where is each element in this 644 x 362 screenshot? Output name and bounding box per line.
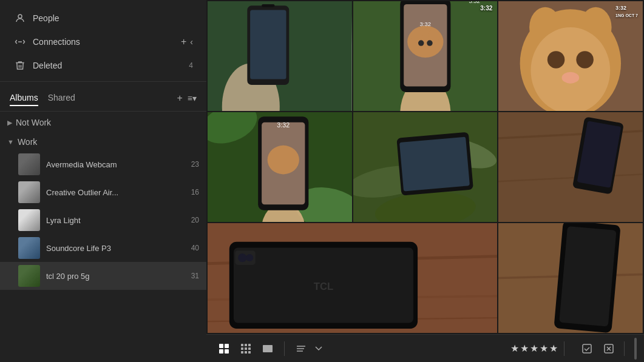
album-item-creative[interactable]: Creative Outlier Air... 16 [0,178,206,206]
svg-rect-38 [399,137,470,192]
svg-rect-68 [241,351,243,354]
photo-cell-5[interactable] [353,112,498,222]
photo-cell-3[interactable]: 3:321NG OCT 7 [498,1,643,111]
svg-point-21 [531,27,611,111]
album-name-lyra: Lyra Light [46,216,191,225]
album-item-soundcore[interactable]: Soundcore Life P3 40 [0,234,206,262]
sidebar-top-section: People Connections + ‹ Deleted 4 [0,0,206,82]
connections-icon [13,35,27,49]
photo-cell-4[interactable]: 3:32 [208,112,352,222]
group-header-not-work[interactable]: ▶ Not Work [0,114,206,131]
svg-rect-69 [245,351,247,354]
separator-3 [624,341,625,356]
albums-tabs-bar: Albums Shared + ≡▾ [0,88,206,112]
svg-rect-67 [248,347,251,350]
album-item-avermedia[interactable]: Avermedia Webcam 23 [0,150,206,178]
album-group-work: ▼ Work Avermedia Webcam 23 Creative Outl… [0,133,206,290]
svg-rect-4 [250,10,286,79]
album-count-lyra: 20 [191,216,199,224]
svg-point-31 [268,146,299,175]
svg-rect-58 [219,344,223,348]
svg-rect-62 [241,344,243,346]
svg-rect-65 [241,347,243,350]
tab-shared[interactable]: Shared [48,90,75,106]
svg-point-53 [246,254,253,261]
svg-rect-70 [248,351,251,354]
sidebar-item-people[interactable]: People [4,7,203,30]
album-name-soundcore: Soundcore Life P3 [46,244,191,253]
group-name-not-work: Not Work [16,118,199,127]
svg-rect-66 [245,347,247,350]
deleted-label: Deleted [33,61,189,70]
view-grid-small-btn[interactable] [236,340,256,358]
album-count-tcl: 31 [191,272,199,280]
photo-time-2: 3:32 [480,5,492,12]
sidebar-item-deleted[interactable]: Deleted 4 [4,54,203,77]
photo-cell-2[interactable]: 3:32 3:32 3:32 [353,1,498,111]
album-item-lyra[interactable]: Lyra Light 20 [0,206,206,234]
star-5[interactable]: ★ [549,343,558,354]
svg-point-0 [18,15,22,18]
svg-point-52 [238,253,246,262]
svg-point-10 [407,26,443,58]
separator-1 [284,341,285,356]
album-count-avermedia: 23 [191,160,199,169]
svg-rect-59 [225,344,229,348]
album-thumb-tcl [18,265,40,287]
album-thumb-creative [18,181,40,203]
album-name-avermedia: Avermedia Webcam [46,160,191,169]
svg-text:TCL: TCL [314,281,333,292]
album-name-tcl: tcl 20 pro 5g [46,272,191,281]
main-content: 3:32 3:32 3:32 3:321NG OCT 7 [206,0,644,362]
view-grid-large-btn[interactable] [214,340,234,358]
sort-albums-icon[interactable]: ≡▾ [188,93,197,103]
connections-actions: + ‹ [181,36,193,47]
deleted-badge: 4 [189,61,193,70]
add-connection-icon[interactable]: + [181,36,186,47]
sort-group [291,340,325,358]
photo-cell-7[interactable]: TCL [208,223,497,333]
chevron-down-icon: ▼ [7,138,14,146]
select-all-btn[interactable] [578,340,596,357]
view-single-btn[interactable] [257,340,278,358]
svg-rect-71 [263,345,273,352]
star-3[interactable]: ★ [530,343,538,354]
svg-point-24 [562,72,580,84]
svg-rect-61 [225,349,229,354]
toolbar: ★ ★ ★ ★ ★ [206,334,644,362]
star-1[interactable]: ★ [510,343,519,354]
svg-rect-75 [583,344,591,353]
svg-rect-60 [219,349,223,354]
album-group-not-work: ▶ Not Work [0,114,206,131]
sidebar-item-connections[interactable]: Connections + ‹ [4,30,203,53]
tab-albums[interactable]: Albums [10,90,38,106]
reject-btn[interactable] [600,340,618,357]
svg-rect-63 [245,344,247,346]
svg-point-14 [427,40,433,46]
group-name-work: Work [18,137,199,147]
star-4[interactable]: ★ [540,343,548,354]
group-header-work[interactable]: ▼ Work [0,133,206,150]
scroll-handle[interactable] [634,338,637,360]
album-name-creative: Creative Outlier Air... [46,188,191,197]
person-icon [13,12,27,25]
photo-grid: 3:32 3:32 3:32 3:321NG OCT 7 [206,0,644,334]
album-item-tcl[interactable]: tcl 20 pro 5g 31 [0,262,206,290]
svg-point-23 [577,51,594,69]
svg-point-22 [547,51,565,69]
svg-text:3:32: 3:32 [277,121,290,129]
photo-cell-8[interactable] [498,223,643,333]
sort-btn[interactable] [291,340,311,358]
photo-cell-6[interactable] [498,112,643,222]
sort-dropdown-btn[interactable] [313,340,325,358]
collapse-connection-icon[interactable]: ‹ [190,37,193,47]
photo-cell-1[interactable] [208,1,352,111]
svg-point-13 [418,40,424,46]
svg-rect-5 [262,4,274,7]
star-2[interactable]: ★ [520,343,529,354]
svg-rect-64 [248,344,251,346]
add-album-icon[interactable]: + [177,93,182,104]
stars-rating-group: ★ ★ ★ ★ ★ [510,343,558,354]
album-thumb-avermedia [18,153,40,175]
svg-text:3:32: 3:32 [469,1,480,4]
